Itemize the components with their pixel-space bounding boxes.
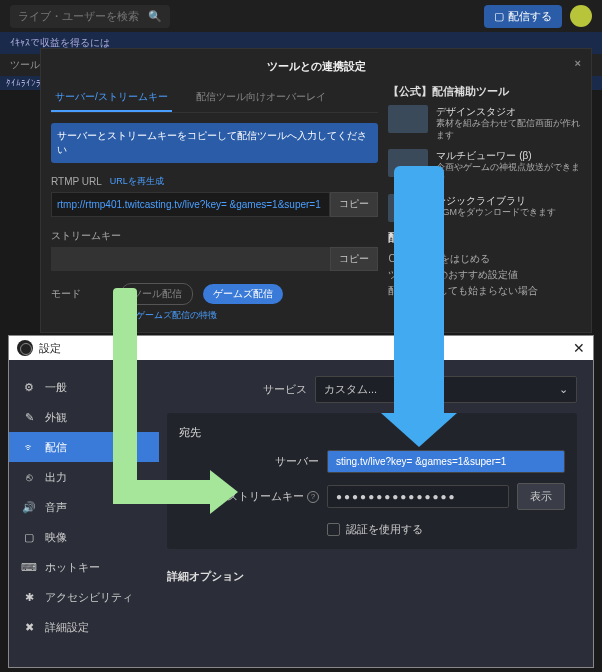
auth-label: 認証を使用する [346, 522, 423, 537]
keyboard-icon: ⌨ [21, 559, 37, 575]
output-icon: ⎋ [21, 469, 37, 485]
close-icon[interactable]: ✕ [573, 340, 585, 356]
top-bar: ライブ・ユーザーを検索 🔍 ▢ 配信する [0, 0, 602, 32]
guide-arrow-green [113, 480, 215, 504]
dest-heading: 宛先 [179, 425, 565, 440]
camera-icon: ▢ [494, 10, 504, 23]
server-input[interactable]: sting.tv/live?key= &games=1&super=1 [327, 450, 565, 473]
accessibility-icon: ✱ [21, 589, 37, 605]
avatar[interactable] [570, 5, 592, 27]
rtmp-url-field[interactable]: rtmp://rtmp401.twitcasting.tv/live?key= … [51, 192, 330, 217]
guide-arrow-green-head [210, 470, 238, 514]
obs-logo-icon [17, 340, 33, 356]
games-feature-link[interactable]: ? ゲームズ配信の特徴 [121, 309, 378, 322]
tool-thumb [388, 105, 428, 133]
help-icon[interactable]: ? [307, 491, 319, 503]
modal-tabs: サーバー/ストリームキー 配信ツール向けオーバーレイ [51, 84, 378, 113]
guide-arrow-blue [394, 166, 444, 418]
sidebar-item-hotkeys[interactable]: ⌨ホットキー [9, 552, 159, 582]
tab-server-key[interactable]: サーバー/ストリームキー [51, 84, 172, 112]
regenerate-url-link[interactable]: URLを再生成 [110, 175, 164, 188]
close-icon[interactable]: × [575, 57, 581, 69]
chevron-down-icon: ⌄ [559, 383, 568, 396]
tool-design-studio[interactable]: デザインスタジオ素材を組み合わせて配信画面が作れます [388, 105, 581, 141]
mode-games-pill[interactable]: ゲームズ配信 [203, 284, 283, 304]
antenna-icon: ᯤ [21, 439, 37, 455]
auth-checkbox-row[interactable]: 認証を使用する [327, 522, 565, 537]
monitor-icon: ▢ [21, 529, 37, 545]
start-stream-button[interactable]: ▢ 配信する [484, 5, 562, 28]
gear-icon: ⚙ [21, 379, 37, 395]
search-icon: 🔍 [148, 10, 162, 23]
brush-icon: ✎ [21, 409, 37, 425]
service-label: サービス [167, 382, 307, 397]
server-label: サーバー [179, 454, 319, 469]
sidebar-item-video[interactable]: ▢映像 [9, 522, 159, 552]
tools-icon: ✖ [21, 619, 37, 635]
streamkey-input[interactable]: ●●●●●●●●●●●●●●● [327, 485, 509, 508]
streamkey-label: ストリームキー [51, 229, 121, 243]
sidebar-item-advanced[interactable]: ✖詳細設定 [9, 612, 159, 642]
info-banner: サーバーとストリームキーをコピーして配信ツールへ入力してください [51, 123, 378, 163]
modal-title: ツールとの連携設定 × [41, 49, 591, 84]
sidebar-item-accessibility[interactable]: ✱アクセシビリティ [9, 582, 159, 612]
tools-heading: 【公式】配信補助ツール [388, 84, 581, 99]
checkbox-icon[interactable] [327, 523, 340, 536]
obs-titlebar: 設定 ✕ [9, 336, 593, 360]
rtmp-label: RTMP URL [51, 176, 102, 187]
tab-overlay[interactable]: 配信ツール向けオーバーレイ [192, 84, 330, 112]
speaker-icon: 🔊 [21, 499, 37, 515]
mode-label: モード [51, 287, 111, 301]
show-key-button[interactable]: 表示 [517, 483, 565, 510]
guide-arrow-green [113, 288, 137, 494]
search-input[interactable]: ライブ・ユーザーを検索 🔍 [10, 5, 170, 28]
obs-title: 設定 [39, 341, 61, 356]
service-select[interactable]: カスタム... ⌄ [315, 376, 577, 403]
search-placeholder: ライブ・ユーザーを検索 [18, 9, 139, 24]
advanced-options-heading[interactable]: 詳細オプション [167, 561, 577, 592]
copy-rtmp-button[interactable]: コピー [330, 192, 378, 217]
guide-arrow-blue-head [381, 413, 457, 447]
copy-key-button[interactable]: コピー [330, 247, 378, 271]
stream-label: 配信する [508, 9, 552, 24]
obs-settings-window: 設定 ✕ ⚙一般 ✎外観 ᯤ配信 ⎋出力 🔊音声 ▢映像 ⌨ホットキー ✱アクセ… [8, 335, 594, 668]
stream-key-field[interactable] [51, 247, 330, 271]
